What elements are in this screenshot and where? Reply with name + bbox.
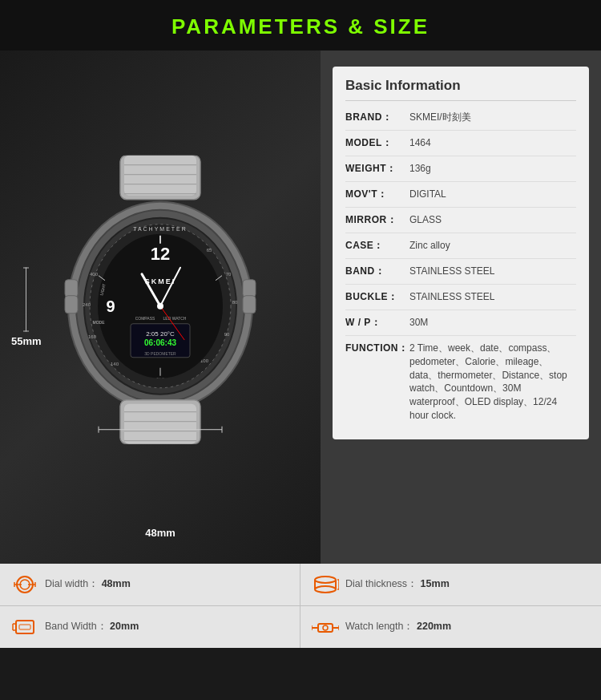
watch-image: TACHYMETER 60 65 70 80 90 100 120 140 16… bbox=[44, 156, 276, 447]
spec-row-5: CASE：Zinc alloy bbox=[345, 239, 576, 259]
page-header: PARAMETERS & SIZE bbox=[0, 0, 601, 51]
svg-rect-27 bbox=[65, 296, 78, 314]
spec-row-7: BUCKLE：STAINLESS STEEL bbox=[345, 290, 576, 310]
basic-info-card: Basic Information BRAND：SKMEI/时刻美MODEL：1… bbox=[333, 67, 589, 439]
spec-value-0: SKMEI/时刻美 bbox=[409, 111, 576, 124]
bottom-stats-bar: Dial width： 48mm Dial thickness： 15mm bbox=[0, 564, 601, 648]
spec-value-4: GLASS bbox=[409, 213, 576, 227]
svg-point-62 bbox=[315, 577, 336, 583]
info-panel: Basic Information BRAND：SKMEI/时刻美MODEL：1… bbox=[321, 51, 601, 564]
spec-value-1: 1464 bbox=[409, 136, 576, 150]
svg-rect-25 bbox=[243, 296, 256, 314]
svg-text:65: 65 bbox=[207, 248, 212, 253]
svg-text:240: 240 bbox=[83, 302, 91, 307]
band-width-icon bbox=[11, 616, 38, 638]
spec-row-0: BRAND：SKMEI/时刻美 bbox=[345, 111, 576, 131]
spec-row-3: MOV'T：DIGITAL bbox=[345, 188, 576, 208]
spec-label-1: MODEL： bbox=[345, 136, 409, 150]
svg-rect-26 bbox=[65, 280, 78, 297]
spec-row-8: W / P：30M bbox=[345, 316, 576, 336]
spec-row-1: MODEL：1464 bbox=[345, 136, 576, 156]
watch-area: 55mm bbox=[0, 51, 321, 564]
svg-text:3D PEDOMETER: 3D PEDOMETER bbox=[144, 351, 176, 356]
spec-value-3: DIGITAL bbox=[409, 188, 576, 201]
svg-point-77 bbox=[323, 625, 328, 630]
spec-label-9: FUNCTION： bbox=[345, 342, 409, 355]
spec-label-0: BRAND： bbox=[345, 111, 409, 124]
svg-text:TACHYMETER: TACHYMETER bbox=[133, 226, 188, 232]
svg-text:80: 80 bbox=[232, 300, 238, 305]
svg-text:COMPASS: COMPASS bbox=[135, 316, 155, 321]
spec-value-8: 30M bbox=[409, 316, 576, 330]
svg-rect-69 bbox=[16, 621, 34, 633]
main-content: 55mm bbox=[0, 51, 601, 564]
svg-rect-75 bbox=[19, 625, 30, 629]
spec-row-9: FUNCTION：2 Time、week、date、compass、pedome… bbox=[345, 342, 576, 428]
spec-value-5: Zinc alloy bbox=[409, 239, 576, 253]
svg-rect-48 bbox=[124, 404, 196, 444]
dial-thickness-icon bbox=[312, 573, 339, 596]
spec-label-5: CASE： bbox=[345, 239, 409, 253]
spec-row-2: WEIGHT：136g bbox=[345, 162, 576, 182]
svg-point-65 bbox=[315, 586, 336, 593]
spec-value-9: 2 Time、week、date、compass、pedometer、Calor… bbox=[409, 342, 576, 423]
svg-text:LED WATCH: LED WATCH bbox=[163, 316, 187, 321]
spec-label-7: BUCKLE： bbox=[345, 290, 409, 304]
svg-text:90: 90 bbox=[224, 332, 230, 337]
spec-value-2: 136g bbox=[409, 162, 576, 176]
svg-text:400: 400 bbox=[90, 272, 99, 277]
svg-text:9: 9 bbox=[106, 297, 115, 315]
stat-band-width-text: Band Width： 20mm bbox=[45, 620, 139, 633]
svg-rect-24 bbox=[243, 280, 256, 297]
stat-watch-length: Watch length： 220mm bbox=[300, 606, 601, 649]
svg-point-46 bbox=[157, 303, 163, 310]
stat-dial-thickness: Dial thickness： 15mm bbox=[300, 564, 601, 606]
spec-label-4: MIRROR： bbox=[345, 213, 409, 227]
svg-text:MODE: MODE bbox=[93, 320, 106, 325]
stat-watch-length-text: Watch length： 220mm bbox=[345, 620, 451, 633]
spec-label-6: BAND： bbox=[345, 265, 409, 278]
svg-text:12: 12 bbox=[151, 244, 170, 264]
svg-rect-1 bbox=[124, 156, 196, 196]
page-title: PARAMETERS & SIZE bbox=[0, 14, 601, 39]
basic-info-title: Basic Information bbox=[345, 78, 576, 101]
svg-text:160: 160 bbox=[88, 334, 97, 339]
spec-label-3: MOV'T： bbox=[345, 188, 409, 201]
svg-text:06:06:43: 06:06:43 bbox=[144, 338, 176, 347]
stat-dial-thickness-text: Dial thickness： 15mm bbox=[345, 577, 450, 591]
spec-label-8: W / P： bbox=[345, 316, 409, 330]
svg-text:140: 140 bbox=[111, 362, 119, 366]
stat-band-width: Band Width： 20mm bbox=[0, 606, 300, 649]
dimension-48mm-label: 48mm bbox=[145, 525, 175, 540]
stat-dial-width: Dial width： 48mm bbox=[0, 564, 300, 606]
dial-width-icon bbox=[11, 573, 38, 596]
spec-row-6: BAND：STAINLESS STEEL bbox=[345, 265, 576, 285]
spec-row-4: MIRROR：GLASS bbox=[345, 213, 576, 233]
svg-text:2:05  20°C: 2:05 20°C bbox=[146, 330, 175, 338]
spec-value-7: STAINLESS STEEL bbox=[409, 290, 576, 304]
spec-label-2: WEIGHT： bbox=[345, 162, 409, 176]
spec-value-6: STAINLESS STEEL bbox=[409, 265, 576, 278]
svg-text:70: 70 bbox=[226, 272, 232, 277]
spec-rows-container: BRAND：SKMEI/时刻美MODEL：1464WEIGHT：136gMOV'… bbox=[345, 111, 576, 428]
dimension-55mm-label: 55mm bbox=[11, 268, 42, 347]
stat-dial-width-text: Dial width： 48mm bbox=[45, 577, 131, 591]
watch-length-icon bbox=[312, 616, 339, 638]
